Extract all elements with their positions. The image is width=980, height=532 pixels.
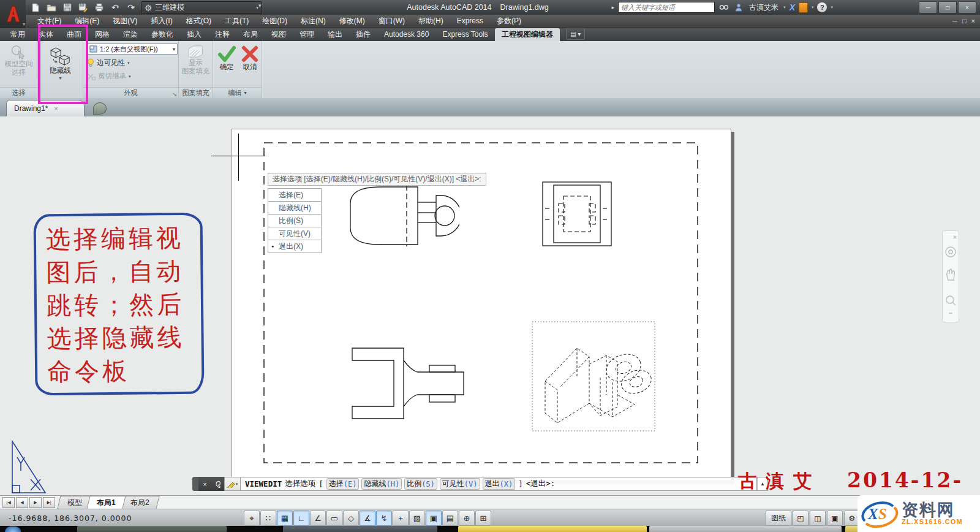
dynamic-option[interactable]: 选择(E) (268, 188, 322, 202)
menu-item[interactable]: 视图(V) (106, 15, 144, 28)
ribbon-tab[interactable]: 视图 (265, 28, 293, 41)
status-toggle[interactable]: ▦ (277, 511, 293, 526)
command-grip-handle[interactable] (192, 477, 198, 491)
layout-nav-button[interactable]: |◀ (2, 497, 15, 508)
taskbar-item[interactable] (649, 526, 842, 532)
ribbon-tab[interactable]: Autodesk 360 (377, 28, 435, 41)
help-icon[interactable]: ? (817, 2, 827, 12)
scale-dropdown[interactable]: 1:2 (来自父视图(F)) ▾ (87, 44, 178, 55)
save-as-icon[interactable] (77, 2, 89, 13)
status-toggle[interactable]: ▨ (409, 511, 425, 526)
menu-item[interactable]: Express (450, 15, 490, 28)
menu-item[interactable]: 插入(I) (144, 15, 179, 28)
ribbon-tab[interactable]: 常用 (4, 28, 32, 41)
menu-item[interactable]: 工具(T) (218, 15, 255, 28)
menu-item[interactable]: 编辑(E) (68, 15, 106, 28)
status-toggle[interactable]: ∠ (310, 511, 326, 526)
status-toggle[interactable]: ⌖ (244, 511, 260, 526)
doc-minimize-icon[interactable]: ─ (952, 17, 957, 26)
dynamic-option[interactable]: 比例(S) (268, 214, 322, 227)
qat-expand-icon[interactable]: ▾ (258, 2, 262, 9)
taskbar-item[interactable] (458, 526, 647, 532)
layout-tab[interactable]: 布局1 (86, 496, 126, 509)
cancel-button[interactable]: 取消 (238, 44, 262, 73)
panel-expander-icon[interactable]: ↘ (172, 91, 177, 97)
menu-item[interactable]: 窗口(W) (372, 15, 412, 28)
menu-item[interactable]: 标注(N) (294, 15, 333, 28)
ribbon-tab[interactable]: Express Tools (435, 28, 494, 41)
navigation-bar[interactable] (942, 230, 959, 322)
command-keyword-button[interactable]: 可见性 (V) (440, 478, 480, 490)
status-toggle[interactable]: + (393, 511, 409, 526)
view-top[interactable] (345, 341, 465, 422)
status-toggle[interactable]: ∷ (260, 511, 276, 526)
command-prompt-icon[interactable]: ▾ (224, 477, 241, 491)
help-caret-icon[interactable]: ▾ (831, 5, 833, 10)
user-icon[interactable] (733, 2, 744, 13)
status-toggle[interactable]: ⊞ (475, 511, 491, 526)
ribbon-tab[interactable]: 输出 (321, 28, 349, 41)
command-line-text[interactable]: VIEWEDIT 选择选项 [ 选择 (E) 隐藏线 (H) 比例 (S) 可见… (241, 477, 757, 491)
ribbon-tab[interactable]: 渲染 (116, 28, 145, 41)
open-folder-icon[interactable] (45, 2, 58, 13)
cut-inheritance-button[interactable]: 剪切继承 ▾ (87, 70, 131, 82)
command-keyword-button[interactable]: 选择 (E) (326, 478, 360, 490)
file-tab-drawing1[interactable]: Drawing1* × (6, 100, 85, 116)
new-document-icon[interactable] (29, 2, 42, 13)
ribbon-tab[interactable]: 管理 (293, 28, 321, 41)
show-hatch-button[interactable]: 显示 图案填充 (180, 43, 212, 77)
doc-close-icon[interactable]: × (971, 17, 975, 26)
hidden-lines-button[interactable]: 隐藏线 ▾ (40, 44, 81, 83)
status-icon-button[interactable]: ◫ (810, 511, 826, 526)
dynamic-option[interactable]: 退出(X) (268, 240, 322, 253)
layout-nav-button[interactable]: ▶ (29, 497, 42, 508)
model-space-select-button[interactable]: 模型空间 选择 (1, 43, 36, 78)
ribbon-tab[interactable]: 网格 (88, 28, 116, 41)
menu-item[interactable]: 帮助(H) (412, 15, 450, 28)
signed-in-user[interactable]: 古滇艾米 (749, 2, 778, 13)
layout-tab[interactable]: 布局2 (120, 496, 159, 509)
a360-caret-icon[interactable]: ▾ (812, 5, 814, 10)
status-toggle[interactable]: ↯ (376, 511, 392, 526)
layout-nav-button[interactable]: ▶| (43, 497, 55, 508)
taskbar-item[interactable] (77, 526, 227, 532)
undo-caret-icon[interactable]: ▾ (117, 5, 119, 10)
edge-visibility-button[interactable]: 边可见性 ▾ (87, 57, 130, 69)
status-toggle[interactable]: ▤ (442, 511, 458, 526)
ribbon-tab[interactable]: 注释 (208, 28, 236, 41)
dynamic-option[interactable]: 可见性(V) (268, 227, 322, 240)
exchange-apps-icon[interactable]: X (790, 2, 795, 12)
undo-button[interactable]: ↶ ▾ (109, 2, 121, 13)
command-line-bar[interactable]: × ▾ VIEWEDIT 选择选项 [ 选择 (E) 隐藏线 (H) (192, 477, 768, 491)
status-toggle[interactable]: ∡ (360, 511, 375, 526)
command-wrench-icon[interactable] (211, 477, 224, 491)
a360-sync-icon[interactable] (799, 2, 808, 13)
application-menu-button[interactable]: ▾ (0, 0, 26, 28)
status-icon-button[interactable]: ▣ (827, 511, 843, 526)
command-keyword-button[interactable]: 退出 (X) (483, 478, 516, 490)
ribbon-tab[interactable]: 参数化 (145, 28, 180, 41)
taskbar-item[interactable] (283, 526, 437, 532)
start-button[interactable] (5, 526, 21, 532)
status-toggle[interactable]: ▣ (426, 511, 442, 526)
file-tab-close-icon[interactable]: × (54, 105, 58, 112)
redo-button[interactable]: ↷ ▾ (125, 2, 137, 13)
status-toggle[interactable]: ▭ (326, 511, 342, 526)
ribbon-tab[interactable]: 布局 (236, 28, 265, 41)
ribbon-collapse-button[interactable]: ▤ ▾ (566, 28, 585, 40)
user-menu-caret-icon[interactable]: ▾ (783, 5, 786, 10)
ribbon-tab[interactable]: 插入 (180, 28, 208, 41)
restore-button[interactable]: □ (938, 1, 957, 13)
status-toggle[interactable]: ∟ (293, 511, 309, 526)
ok-button[interactable]: 确定 (215, 44, 238, 73)
dynamic-option[interactable]: 隐藏线(H) (268, 201, 322, 215)
ribbon-tab[interactable]: 曲面 (60, 28, 88, 41)
command-keyword-button[interactable]: 比例 (S) (404, 478, 437, 490)
status-toggle[interactable]: ◇ (343, 511, 359, 526)
status-toggle[interactable]: ⊕ (459, 511, 475, 526)
view-side[interactable] (541, 180, 612, 248)
drawing-canvas[interactable]: 选择选项 [选择(E)/隐藏线(H)/比例(S)/可见性(V)/退出(X)] <… (0, 116, 980, 495)
plot-icon[interactable] (93, 2, 105, 13)
menu-item[interactable]: 格式(O) (179, 15, 218, 28)
redo-caret-icon[interactable]: ▾ (133, 5, 135, 10)
